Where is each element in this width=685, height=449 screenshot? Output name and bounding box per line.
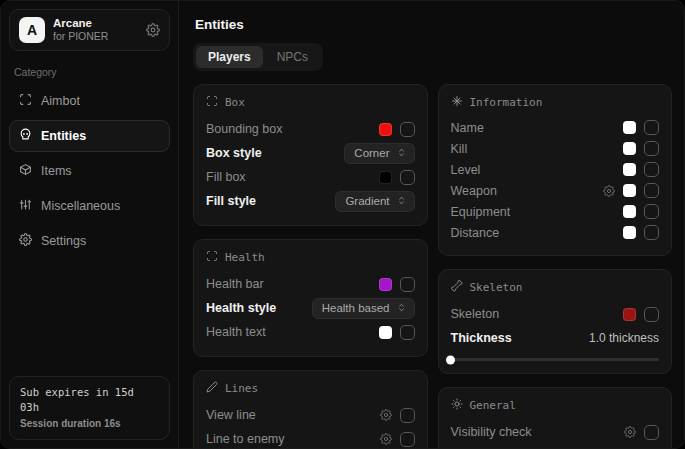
- dropdown-value: Health based: [322, 302, 390, 314]
- cards-grid: Box Bounding box Box style Corner: [193, 84, 672, 448]
- slider-handle[interactable]: [446, 355, 455, 364]
- card-header: General: [451, 398, 660, 413]
- row-box-style: Box style Corner: [206, 141, 415, 165]
- row-view-line: View line: [206, 403, 415, 427]
- sidebar-nav: Aimbot Entities Items Miscellaneous Sett…: [9, 85, 170, 257]
- slider-value: 1.0 thickness: [589, 331, 659, 345]
- skull-icon: [19, 128, 32, 144]
- app-name: Arcane: [53, 16, 108, 30]
- row-fill-box: Fill box: [206, 165, 415, 189]
- card-title: Skeleton: [470, 281, 523, 294]
- row-max-distance: Max distance 500m: [451, 444, 660, 448]
- sidebar-item-items[interactable]: Items: [9, 155, 170, 187]
- sidebar-item-settings[interactable]: Settings: [9, 225, 170, 257]
- setting-label: Equipment: [451, 205, 511, 219]
- row-controls: [380, 408, 415, 423]
- chevron-up-down-icon: [396, 302, 407, 315]
- row-controls: [623, 204, 659, 219]
- gear-icon[interactable]: [146, 23, 160, 37]
- color-swatch[interactable]: [379, 171, 392, 184]
- card-title: Information: [470, 96, 543, 109]
- chevron-up-down-icon: [396, 147, 407, 160]
- checkbox[interactable]: [400, 170, 415, 185]
- color-swatch[interactable]: [623, 308, 636, 321]
- checkbox[interactable]: [644, 425, 659, 440]
- row-controls: [379, 277, 415, 292]
- thickness-slider[interactable]: [451, 358, 660, 361]
- color-swatch[interactable]: [379, 326, 392, 339]
- checkbox[interactable]: [644, 183, 659, 198]
- checkbox[interactable]: [644, 204, 659, 219]
- row-kill: Kill: [451, 138, 660, 159]
- general-card: General Visibility check Max distance 50…: [438, 387, 673, 448]
- color-swatch[interactable]: [623, 163, 636, 176]
- sparkle-icon: [451, 95, 463, 110]
- setting-label: Fill box: [206, 170, 246, 184]
- checkbox[interactable]: [400, 277, 415, 292]
- sidebar-item-label: Miscellaneous: [41, 199, 120, 213]
- gear-icon[interactable]: [624, 426, 636, 438]
- card-header: Health: [206, 250, 415, 265]
- card-title: Lines: [225, 382, 258, 395]
- app-logo: A: [19, 17, 45, 43]
- gear-icon[interactable]: [603, 185, 615, 197]
- checkbox[interactable]: [644, 225, 659, 240]
- row-equipment: Equipment: [451, 201, 660, 222]
- row-controls: [623, 225, 659, 240]
- page-title: Entities: [195, 17, 672, 32]
- checkbox[interactable]: [400, 432, 415, 447]
- tab-npcs[interactable]: NPCs: [265, 46, 320, 68]
- card-title: Box: [225, 96, 245, 109]
- category-label: Category: [14, 66, 165, 78]
- setting-label: Bounding box: [206, 122, 282, 136]
- checkbox[interactable]: [644, 307, 659, 322]
- color-swatch[interactable]: [623, 121, 636, 134]
- checkbox[interactable]: [400, 325, 415, 340]
- dropdown-value: Gradient: [345, 195, 389, 207]
- row-distance: Distance: [451, 222, 660, 243]
- sidebar-item-miscellaneous[interactable]: Miscellaneous: [9, 190, 170, 222]
- sidebar-item-aimbot[interactable]: Aimbot: [9, 85, 170, 117]
- row-visibility-check: Visibility check: [451, 420, 660, 444]
- color-swatch[interactable]: [379, 123, 392, 136]
- checkbox[interactable]: [644, 120, 659, 135]
- session-duration-text: Session duration 16s: [20, 416, 159, 431]
- setting-label: Weapon: [451, 184, 497, 198]
- gear-icon[interactable]: [380, 433, 392, 445]
- skeleton-card: Skeleton Skeleton Thickness 1.0 thicknes…: [438, 269, 673, 374]
- card-title: General: [470, 399, 516, 412]
- row-controls: [379, 325, 415, 340]
- color-swatch[interactable]: [623, 226, 636, 239]
- tab-group: Players NPCs: [193, 43, 323, 71]
- color-swatch[interactable]: [379, 278, 392, 291]
- dropdown-value: Corner: [354, 147, 389, 159]
- checkbox[interactable]: [644, 162, 659, 177]
- health-style-dropdown[interactable]: Health based: [312, 298, 415, 319]
- sidebar-item-entities[interactable]: Entities: [9, 120, 170, 152]
- row-skeleton: Skeleton: [451, 302, 660, 326]
- gear-icon[interactable]: [380, 409, 392, 421]
- row-controls: [623, 307, 659, 322]
- sidebar-item-label: Settings: [41, 234, 86, 248]
- setting-label: Health bar: [206, 277, 264, 291]
- setting-label: Line to enemy: [206, 432, 285, 446]
- color-swatch[interactable]: [623, 142, 636, 155]
- box-style-dropdown[interactable]: Corner: [344, 143, 414, 164]
- subscription-card: Sub expires in 15d 03h Session duration …: [9, 376, 170, 441]
- health-card: Health Health bar Health style Health ba…: [193, 239, 428, 357]
- checkbox[interactable]: [400, 408, 415, 423]
- checkbox[interactable]: [644, 141, 659, 156]
- crosshair-scan-icon: [19, 93, 32, 109]
- tab-players[interactable]: Players: [196, 46, 263, 68]
- setting-label: Name: [451, 121, 484, 135]
- sidebar-item-label: Entities: [41, 129, 86, 143]
- app-subtitle: for PIONER: [53, 30, 108, 43]
- color-swatch[interactable]: [623, 205, 636, 218]
- checkbox[interactable]: [400, 122, 415, 137]
- lines-card: Lines View line Line to enemy: [193, 370, 428, 448]
- color-swatch[interactable]: [623, 184, 636, 197]
- fill-style-dropdown[interactable]: Gradient: [335, 191, 414, 212]
- setting-label: Health style: [206, 301, 276, 315]
- row-controls: [623, 141, 659, 156]
- row-fill-style: Fill style Gradient: [206, 189, 415, 213]
